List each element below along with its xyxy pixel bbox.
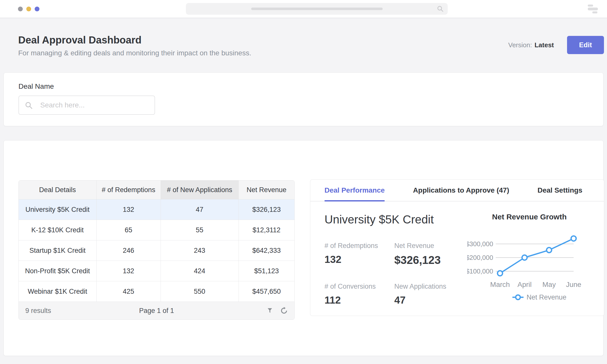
new-applications-cell[interactable]: 424 [161,261,239,281]
page-indicator: Page 1 of 1 [139,307,174,315]
svg-text:March: March [490,281,510,288]
table-body: University $5K Credit 132 47 $326,123 K-… [19,199,294,302]
deal-summary: University $5K Credit # of Redemptions 1… [324,213,467,306]
redemptions-cell[interactable]: 246 [96,240,161,261]
deal-name-search-input[interactable] [19,96,155,114]
table-header-row: Deal Details # of Redemptions # of New A… [19,180,294,199]
chart-title: Net Revenue Growth [467,213,591,221]
browser-chrome [0,0,607,18]
deal-name-cell[interactable]: Startup $1K Credit [19,240,96,261]
net-revenue-cell[interactable]: $51,123 [239,261,294,281]
tab-deal-performance[interactable]: Deal Performance [324,180,385,201]
table-row[interactable]: Webinar $1K Credit 425 550 $457,650 [19,281,294,302]
stat-label: # of Conversions [324,283,394,290]
search-icon [25,101,33,110]
redemptions-cell[interactable]: 65 [96,220,161,240]
deal-performance-content: University $5K Credit # of Redemptions 1… [310,201,604,306]
stat-conversions: # of Conversions 112 [324,283,394,306]
refresh-icon[interactable] [280,307,288,314]
column-header-new-applications[interactable]: # of New Applications [161,180,239,199]
table-row[interactable]: Startup $1K Credit 246 243 $642,333 [19,240,294,261]
stat-label: # of Redemptions [324,242,394,250]
edit-button[interactable]: Edit [567,36,604,54]
table-row[interactable]: University $5K Credit 132 47 $326,123 [19,199,294,220]
magnifier-icon [437,5,444,13]
deal-name-cell[interactable]: University $5K Credit [19,199,96,220]
page-subtitle: For managing & editing deals and monitor… [18,49,251,57]
tab-deal-settings[interactable]: Deal Settings [537,180,582,201]
menu-bars-icon[interactable] [588,5,599,13]
deal-name-cell[interactable]: K-12 $10K Credit [19,220,96,240]
column-header-redemptions[interactable]: # of Redemptions [96,180,161,199]
redemptions-cell[interactable]: 425 [96,281,161,302]
deal-name-cell[interactable]: Webinar $1K Credit [19,281,96,302]
menu-bar [592,11,597,13]
main-card: Deal Details # of Redemptions # of New A… [4,140,603,356]
svg-text:April: April [517,281,532,288]
deal-name-label: Deal Name [18,82,54,90]
table-footer: 9 results Page 1 of 1 [19,302,294,320]
new-applications-cell[interactable]: 550 [161,281,239,302]
svg-text:May: May [543,281,556,288]
column-header-net-revenue[interactable]: Net Revenue [239,180,294,199]
stat-redemptions: # of Redemptions 132 [324,242,394,266]
results-count: 9 results [25,307,51,315]
address-placeholder-line [251,8,383,10]
svg-text:June: June [566,281,581,288]
window-dot-yellow-icon[interactable] [26,7,31,11]
stat-label: Net Revenue [394,242,467,250]
version-value: Latest [534,41,554,49]
table-footer-icons [267,302,288,320]
redemptions-cell[interactable]: 132 [96,261,161,281]
funnel-icon[interactable] [267,307,273,314]
deal-stats: # of Redemptions 132 Net Revenue $326,12… [324,242,467,306]
net-revenue-chart: $300,000$200,000$100,000MarchAprilMayJun… [467,229,589,305]
version-label: Version: [508,41,532,49]
table-row[interactable]: Non-Profit $5K Credit 132 424 $51,123 [19,261,294,281]
column-header-deal-details[interactable]: Deal Details [19,180,96,199]
stat-value: 47 [394,294,467,306]
deal-name-cell[interactable]: Non-Profit $5K Credit [19,261,96,281]
new-applications-cell[interactable]: 55 [161,220,239,240]
table-row[interactable]: K-12 $10K Credit 65 55 $12,3112 [19,220,294,240]
svg-text:Net Revenue: Net Revenue [527,293,567,301]
window-controls [18,7,39,11]
header-actions: Version: Latest Edit [508,36,604,54]
deal-filter-card: Deal Name [4,73,603,126]
chart-section: Net Revenue Growth $300,000$200,000$100,… [467,213,591,306]
window-dot-blue-icon[interactable] [35,7,39,11]
page-title: Deal Approval Dashboard [18,34,142,46]
screen: Deal Approval Dashboard For managing & e… [0,0,607,364]
net-revenue-cell[interactable]: $12,3112 [239,220,294,240]
svg-text:$200,000: $200,000 [467,254,493,261]
tab-applications-to-approve[interactable]: Applications to Approve (47) [413,180,509,201]
new-applications-cell[interactable]: 47 [161,199,239,220]
deals-table: Deal Details # of Redemptions # of New A… [18,180,295,320]
stat-value: 112 [324,294,394,306]
deal-detail-panel: Deal Performance Applications to Approve… [310,179,604,316]
menu-bar [588,5,593,7]
svg-text:$300,000: $300,000 [467,240,493,248]
net-revenue-cell[interactable]: $326,123 [239,199,294,220]
detail-tabs: Deal Performance Applications to Approve… [310,180,604,201]
svg-text:$100,000: $100,000 [467,267,493,275]
new-applications-cell[interactable]: 243 [161,240,239,261]
net-revenue-cell[interactable]: $457,650 [239,281,294,302]
stat-label: New Applications [394,283,467,290]
net-revenue-cell[interactable]: $642,333 [239,240,294,261]
browser-address-bar[interactable] [186,3,448,15]
deal-name-search-box [18,96,155,115]
stat-value: $326,123 [394,254,467,266]
stat-value: 132 [324,254,394,265]
deal-title: University $5K Credit [324,213,467,226]
stat-new-applications: New Applications 47 [394,283,467,306]
redemptions-cell[interactable]: 132 [96,199,161,220]
stat-net-revenue: Net Revenue $326,123 [394,242,467,266]
window-dot-gray-icon[interactable] [18,7,23,11]
menu-bar [588,8,598,10]
